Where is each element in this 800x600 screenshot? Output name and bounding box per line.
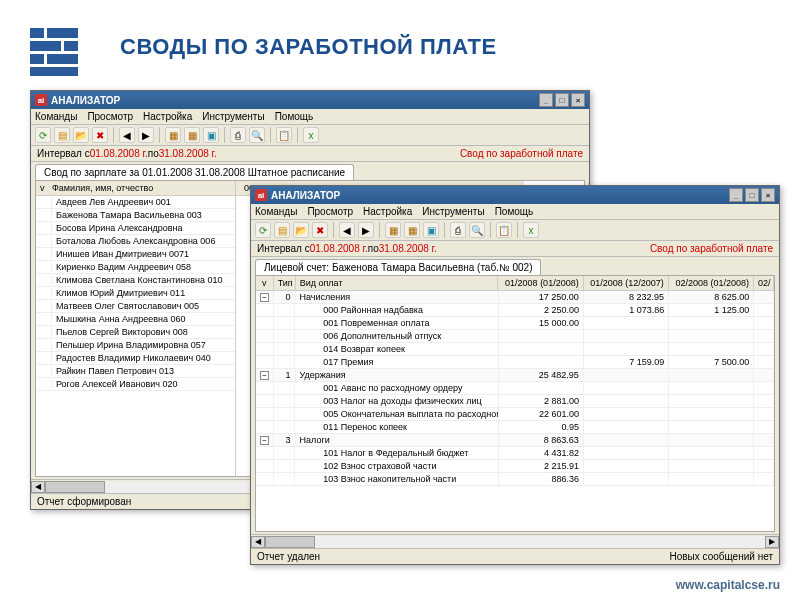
col-period3-header[interactable]: 02/2008 (01/2008): [669, 276, 754, 290]
tab-account[interactable]: Лицевой счет: Баженова Тамара Васильевна…: [255, 259, 541, 275]
close-button[interactable]: ×: [571, 93, 585, 107]
selector-header[interactable]: v: [36, 181, 48, 196]
menu-view[interactable]: Просмотр: [87, 111, 133, 122]
tool2-icon[interactable]: ▦: [184, 127, 200, 143]
new-icon[interactable]: ▤: [54, 127, 70, 143]
menu-commands[interactable]: Команды: [255, 206, 297, 217]
open-icon[interactable]: 📂: [293, 222, 309, 238]
next-icon[interactable]: ▶: [358, 222, 374, 238]
delete-icon[interactable]: ✖: [312, 222, 328, 238]
interval-to[interactable]: 31.08.2008 г.: [379, 243, 437, 254]
export-excel-icon[interactable]: x: [523, 222, 539, 238]
menu-help[interactable]: Помощь: [495, 206, 534, 217]
delete-icon[interactable]: ✖: [92, 127, 108, 143]
scroll-right-icon[interactable]: ▶: [765, 536, 779, 548]
employee-row[interactable]: Мышкина Анна Андреевна 060: [36, 313, 235, 326]
group-row[interactable]: −1Удержания25 482.95: [256, 369, 774, 382]
tool1-icon[interactable]: ▦: [165, 127, 181, 143]
col-fio-header[interactable]: Фамилия, имя, отчество: [48, 181, 235, 196]
employee-row[interactable]: Рогов Алексей Иванович 020: [36, 378, 235, 391]
group-row[interactable]: −0Начисления17 250.008 232.958 625.00: [256, 291, 774, 304]
group-row[interactable]: −3Налоги8 863.63: [256, 434, 774, 447]
interval-from[interactable]: 01.08.2008 г.: [90, 148, 148, 159]
employee-row[interactable]: Райкин Павел Петрович 013: [36, 365, 235, 378]
expand-icon[interactable]: −: [260, 371, 269, 380]
menu-commands[interactable]: Команды: [35, 111, 77, 122]
employee-row[interactable]: Босова Ирина Александровна: [36, 222, 235, 235]
minimize-button[interactable]: _: [539, 93, 553, 107]
employee-row[interactable]: Климов Юрий Дмитриевич 011: [36, 287, 235, 300]
menu-tools[interactable]: Инструменты: [422, 206, 484, 217]
tab-summary[interactable]: Свод по зарплате за 01.01.2008 31.08.200…: [35, 164, 354, 180]
new-icon[interactable]: ▤: [274, 222, 290, 238]
scrollbar-horizontal[interactable]: ◀ ▶: [251, 534, 779, 548]
employee-row[interactable]: Матвеев Олег Святославович 005: [36, 300, 235, 313]
copy-icon[interactable]: 📋: [496, 222, 512, 238]
employee-row[interactable]: Климова Светлана Константиновна 010: [36, 274, 235, 287]
preview-icon[interactable]: 🔍: [249, 127, 265, 143]
employee-row[interactable]: Баженова Тамара Васильевна 003: [36, 209, 235, 222]
data-row[interactable]: 017 Премия7 159.097 500.00: [256, 356, 774, 369]
scroll-left-icon[interactable]: ◀: [31, 481, 45, 493]
menu-settings[interactable]: Настройка: [363, 206, 412, 217]
interval-from[interactable]: 01.08.2008 г.: [310, 243, 368, 254]
titlebar[interactable]: al АНАЛИЗАТОР _ □ ×: [251, 186, 779, 204]
close-button[interactable]: ×: [761, 188, 775, 202]
data-row[interactable]: 005 Окончательная выплата по расходному …: [256, 408, 774, 421]
cell-value: 1 125.00: [669, 304, 754, 316]
employee-row[interactable]: Инишев Иван Дмитриевич 0071: [36, 248, 235, 261]
menu-tools[interactable]: Инструменты: [202, 111, 264, 122]
data-row[interactable]: 003 Налог на доходы физических лиц2 881.…: [256, 395, 774, 408]
next-icon[interactable]: ▶: [138, 127, 154, 143]
menu-help[interactable]: Помощь: [275, 111, 314, 122]
prev-icon[interactable]: ◀: [119, 127, 135, 143]
data-row[interactable]: 006 Дополнительный отпуск: [256, 330, 774, 343]
data-row[interactable]: 101 Налог в Федеральный бюджет4 431.82: [256, 447, 774, 460]
expand-icon[interactable]: −: [260, 293, 269, 302]
employee-row[interactable]: Кириенко Вадим Андреевич 058: [36, 261, 235, 274]
export-excel-icon[interactable]: x: [303, 127, 319, 143]
cell-value: 7 159.09: [584, 356, 669, 368]
col-type-header[interactable]: Тип: [274, 276, 296, 290]
data-row[interactable]: 001 Повременная оплата15 000.00: [256, 317, 774, 330]
menu-view[interactable]: Просмотр: [307, 206, 353, 217]
print-icon[interactable]: ⎙: [450, 222, 466, 238]
data-row[interactable]: 014 Возврат копеек: [256, 343, 774, 356]
tool2-icon[interactable]: ▦: [404, 222, 420, 238]
open-icon[interactable]: 📂: [73, 127, 89, 143]
preview-icon[interactable]: 🔍: [469, 222, 485, 238]
col-period2-header[interactable]: 01/2008 (12/2007): [584, 276, 669, 290]
col-period4-header[interactable]: 02/: [754, 276, 774, 290]
employee-row[interactable]: Пельшер Ирина Владимировна 057: [36, 339, 235, 352]
data-row[interactable]: 103 Взнос накопительной части886.36: [256, 473, 774, 486]
cell-value: [499, 382, 584, 394]
employee-row[interactable]: Авдеев Лев Андреевич 001: [36, 196, 235, 209]
col-period1-header[interactable]: 01/2008 (01/2008): [498, 276, 583, 290]
expand-icon[interactable]: −: [260, 436, 269, 445]
employee-row[interactable]: Пьелов Сергей Викторович 008: [36, 326, 235, 339]
col-name-header[interactable]: Вид оплат: [296, 276, 499, 290]
col-expander[interactable]: v: [256, 276, 274, 290]
maximize-button[interactable]: □: [555, 93, 569, 107]
data-row[interactable]: 000 Районная надбавка2 250.001 073.861 1…: [256, 304, 774, 317]
tool1-icon[interactable]: ▦: [385, 222, 401, 238]
cell-type: [274, 395, 296, 407]
titlebar[interactable]: al АНАЛИЗАТОР _ □ ×: [31, 91, 589, 109]
data-row[interactable]: 102 Взнос страховой части2 215.91: [256, 460, 774, 473]
employee-row[interactable]: Боталова Любовь Александровна 006: [36, 235, 235, 248]
interval-to[interactable]: 31.08.2008 г.: [159, 148, 217, 159]
maximize-button[interactable]: □: [745, 188, 759, 202]
print-icon[interactable]: ⎙: [230, 127, 246, 143]
tool3-icon[interactable]: ▣: [203, 127, 219, 143]
prev-icon[interactable]: ◀: [339, 222, 355, 238]
employee-row[interactable]: Радостев Владимир Николаевич 040: [36, 352, 235, 365]
refresh-icon[interactable]: ⟳: [255, 222, 271, 238]
refresh-icon[interactable]: ⟳: [35, 127, 51, 143]
minimize-button[interactable]: _: [729, 188, 743, 202]
tool3-icon[interactable]: ▣: [423, 222, 439, 238]
menu-settings[interactable]: Настройка: [143, 111, 192, 122]
copy-icon[interactable]: 📋: [276, 127, 292, 143]
scroll-left-icon[interactable]: ◀: [251, 536, 265, 548]
data-row[interactable]: 001 Аванс по расходному ордеру: [256, 382, 774, 395]
data-row[interactable]: 011 Перенос копеек0.95: [256, 421, 774, 434]
